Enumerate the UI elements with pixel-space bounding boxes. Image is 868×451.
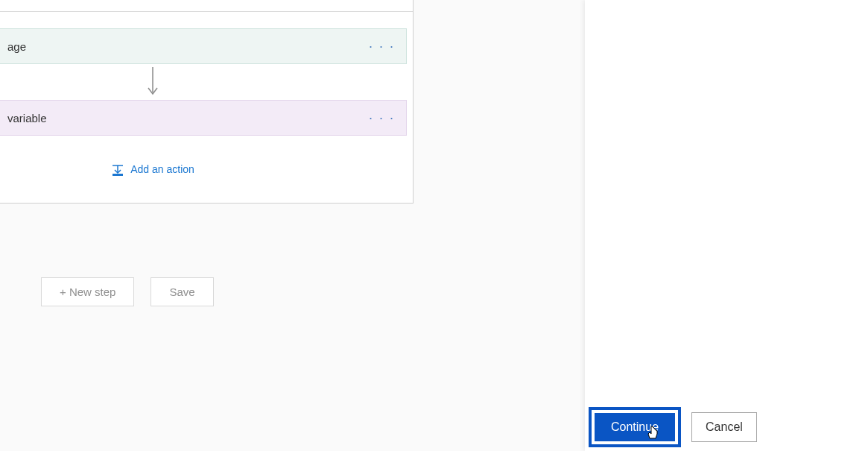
flow-arrow [0, 64, 407, 100]
flow-container-card: age · · · variable · · · [0, 0, 414, 204]
add-action-label: Add an action [130, 163, 194, 175]
ellipsis-icon[interactable]: · · · [369, 110, 395, 126]
flow-canvas: age · · · variable · · · [0, 0, 585, 451]
cancel-button[interactable]: Cancel [691, 412, 757, 442]
svg-rect-3 [113, 174, 123, 176]
side-panel: Continue Cancel [585, 0, 868, 451]
continue-button[interactable]: Continue [595, 413, 675, 441]
previous-step-sliver [0, 0, 413, 12]
flow-bottom-buttons: + New step Save [41, 277, 214, 306]
step-card-variable[interactable]: variable · · · [0, 100, 407, 136]
panel-footer: Continue Cancel [589, 407, 757, 447]
continue-highlight-frame: Continue [589, 407, 681, 447]
add-action-button[interactable]: Add an action [0, 136, 413, 203]
add-action-icon [111, 163, 124, 175]
continue-button-label: Continue [611, 420, 659, 433]
step-card-label: variable [7, 112, 47, 124]
step-card-label: age [7, 40, 26, 53]
step-card-message[interactable]: age · · · [0, 28, 407, 64]
save-button[interactable]: Save [151, 277, 213, 306]
new-step-button[interactable]: + New step [41, 277, 134, 306]
arrow-down-icon [145, 66, 160, 98]
ellipsis-icon[interactable]: · · · [369, 39, 395, 54]
